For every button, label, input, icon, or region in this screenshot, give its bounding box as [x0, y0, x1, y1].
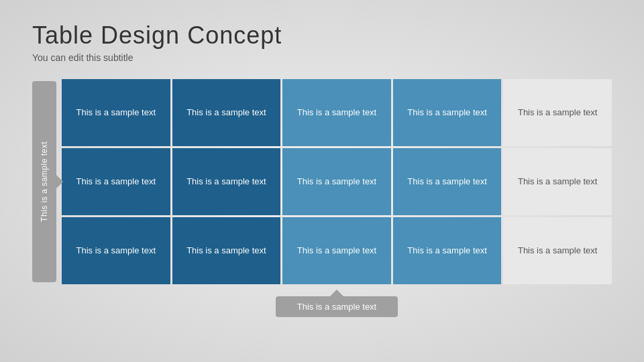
vertical-label-text: This is a sample text	[40, 141, 49, 222]
table-cell-10: This is a sample text	[62, 217, 170, 284]
bottom-label-wrap: This is a sample text	[62, 290, 612, 317]
table-cell-3: This is a sample text	[393, 79, 502, 146]
table-cell-7: This is a sample text	[282, 148, 391, 215]
table-cell-13: This is a sample text	[393, 217, 502, 284]
table-cell-14: This is a sample text	[503, 217, 612, 284]
table-cell-6: This is a sample text	[172, 148, 281, 215]
bottom-label-box: This is a sample text	[276, 296, 398, 317]
table-cell-8: This is a sample text	[393, 148, 502, 215]
table-cell-12: This is a sample text	[282, 217, 391, 284]
slide: Table Design Concept You can edit this s…	[0, 0, 644, 362]
vertical-label-wrap: This is a sample text	[32, 79, 56, 284]
table-cell-4: This is a sample text	[503, 79, 612, 146]
table-area: This is a sample text This is a sample t…	[32, 79, 612, 284]
table-cell-2: This is a sample text	[282, 79, 391, 146]
bottom-arrow-icon	[330, 290, 343, 296]
table-cell-0: This is a sample text	[62, 79, 170, 146]
slide-subtitle: You can edit this subtitle	[32, 52, 612, 63]
vertical-label-box: This is a sample text	[32, 81, 56, 282]
table-cell-1: This is a sample text	[172, 79, 281, 146]
table-cell-5: This is a sample text	[62, 148, 170, 215]
table-grid: This is a sample textThis is a sample te…	[62, 79, 612, 284]
slide-title: Table Design Concept	[32, 21, 612, 50]
table-cell-9: This is a sample text	[503, 148, 612, 215]
table-cell-11: This is a sample text	[172, 217, 281, 284]
